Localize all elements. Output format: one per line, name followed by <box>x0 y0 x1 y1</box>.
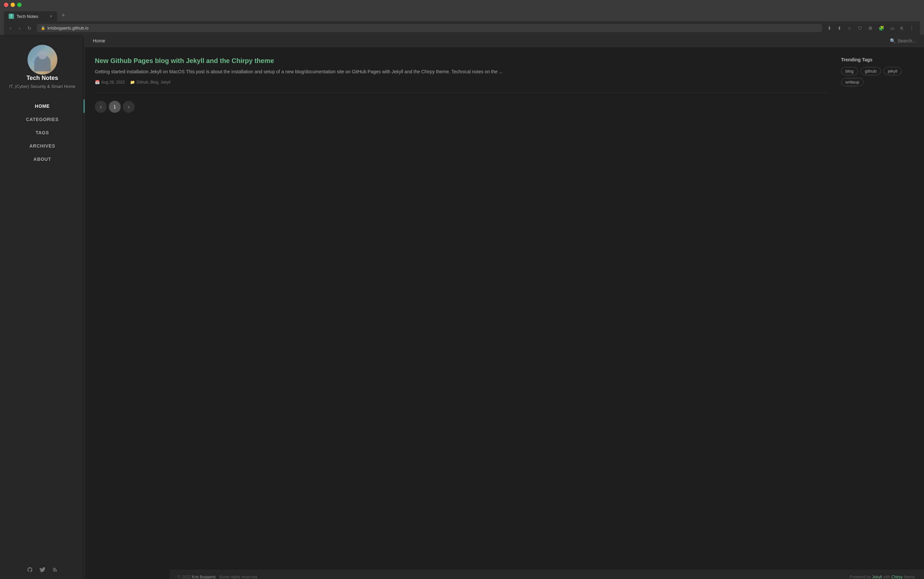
categories-text: Github, Blog, Jekyll <box>136 80 170 85</box>
sidebar: Tech Notes IT, (Cyber) Security & Smart … <box>0 35 85 579</box>
download-icon[interactable]: ⬇ <box>826 24 834 32</box>
tag-jekyll[interactable]: jekyll <box>883 67 902 75</box>
active-tab[interactable]: T Tech Notes × <box>4 11 57 21</box>
tags-cloud: blog github jekyll writeup <box>841 67 914 86</box>
sidebar-toggle[interactable]: ▭ <box>888 24 896 32</box>
trending-tags-title: Trending Tags <box>841 57 914 62</box>
top-nav-home-link[interactable]: Home <box>93 38 105 43</box>
pagination: ‹ 1 › <box>95 101 828 113</box>
site-footer: © 2022 Kris Bogaerts . Some rights reser… <box>170 570 924 579</box>
tab-title: Tech Notes <box>16 14 38 19</box>
extension-icon-1[interactable]: 🛡 <box>856 24 864 32</box>
address-bar: ‹ › ↻ 🔒 krisbogaerts.github.io ⬇ ⬆ ☆ 🛡 ⚙… <box>4 21 920 35</box>
browser-chrome: T Tech Notes × + ‹ › ↻ 🔒 krisbogaerts.gi… <box>0 0 924 35</box>
back-button[interactable]: ‹ <box>8 25 14 31</box>
minimize-traffic-light[interactable] <box>11 3 15 7</box>
tab-bar: T Tech Notes × + <box>4 10 920 21</box>
search-bar[interactable]: 🔍 Search... <box>890 38 916 43</box>
navigation-menu: HOME CATEGORIES TAGS ARCHIVES ABOUT <box>0 100 85 166</box>
tab-close-button[interactable]: × <box>50 14 52 19</box>
footer-copyright: © 2022 Kris Bogaerts . Some rights reser… <box>178 575 258 579</box>
sidebar-item-tags[interactable]: TAGS <box>0 126 85 139</box>
browser-action-buttons: ⬇ ⬆ ☆ 🛡 ⚙ 🧩 ▭ K ⋮ <box>826 24 916 32</box>
page-1-button[interactable]: 1 <box>109 101 121 113</box>
prev-page-button[interactable]: ‹ <box>95 101 107 113</box>
github-icon[interactable] <box>27 567 33 574</box>
tag-github[interactable]: github <box>861 67 881 75</box>
search-placeholder: Search... <box>898 38 916 43</box>
reload-button[interactable]: ↻ <box>26 25 33 31</box>
url-bar[interactable]: 🔒 krisbogaerts.github.io <box>37 24 822 32</box>
powered-by-text: Powered by <box>850 575 871 579</box>
twitter-icon[interactable] <box>39 567 46 574</box>
post-date: 📅 Aug 28, 2022 <box>95 80 125 85</box>
post-card: New Github Pages blog with Jekyll and th… <box>95 57 828 93</box>
footer-theme-text: theme. <box>904 575 916 579</box>
sidebar-item-archives[interactable]: ARCHIVES <box>0 139 85 152</box>
post-excerpt: Getting started installation Jekyll on M… <box>95 68 828 75</box>
profile-icon[interactable]: K <box>898 24 905 32</box>
content-area: New Github Pages blog with Jekyll and th… <box>85 47 924 570</box>
maximize-traffic-light[interactable] <box>17 3 21 7</box>
next-page-button[interactable]: › <box>123 101 135 113</box>
main-content: Home 🔍 Search... New Github Pages blog w… <box>85 35 924 579</box>
footer-with-text: with <box>883 575 890 579</box>
site-wrapper: Tech Notes IT, (Cyber) Security & Smart … <box>0 35 924 579</box>
posts-list: New Github Pages blog with Jekyll and th… <box>95 57 828 560</box>
extension-icon-3[interactable]: 🧩 <box>877 24 886 32</box>
top-nav: Home 🔍 Search... <box>85 35 924 47</box>
site-title: Tech Notes <box>26 75 58 82</box>
folder-icon: 📁 <box>130 80 135 85</box>
extension-icon-2[interactable]: ⚙ <box>866 24 875 32</box>
tag-writeup[interactable]: writeup <box>841 78 863 86</box>
forward-button[interactable]: › <box>17 25 23 31</box>
search-icon: 🔍 <box>890 38 896 43</box>
footer-author: Kris Bogaerts <box>192 575 216 579</box>
new-tab-button[interactable]: + <box>58 10 69 21</box>
tag-blog[interactable]: blog <box>841 67 858 75</box>
footer-jekyll-link[interactable]: Jekyll <box>872 575 883 579</box>
bookmark-icon[interactable]: ☆ <box>846 24 854 32</box>
footer-powered-by: Powered by Jekyll with Chirpy theme. <box>850 575 916 579</box>
traffic-lights <box>4 3 920 7</box>
share-icon[interactable]: ⬆ <box>836 24 844 32</box>
calendar-icon: 📅 <box>95 80 100 85</box>
sidebar-item-categories[interactable]: CATEGORIES <box>0 113 85 126</box>
copyright-symbol: © 2022 <box>178 575 191 579</box>
lock-icon: 🔒 <box>41 26 46 30</box>
site-subtitle: IT, (Cyber) Security & Smart Home <box>2 83 82 90</box>
sidebar-item-home[interactable]: HOME <box>0 100 85 113</box>
date-text: Aug 28, 2022 <box>101 80 125 85</box>
sidebar-item-about[interactable]: ABOUT <box>0 152 85 166</box>
avatar <box>28 45 57 75</box>
footer-rights: . Some rights reserved. <box>217 575 258 579</box>
social-links <box>27 553 58 574</box>
right-sidebar: Trending Tags blog github jekyll writeup <box>841 57 914 560</box>
tab-favicon: T <box>9 14 14 19</box>
post-meta: 📅 Aug 28, 2022 📁 Github, Blog, Jekyll <box>95 80 828 85</box>
url-text: krisbogaerts.github.io <box>47 26 88 31</box>
rss-icon[interactable] <box>52 567 58 574</box>
menu-icon[interactable]: ⋮ <box>908 24 916 32</box>
post-title-link[interactable]: New Github Pages blog with Jekyll and th… <box>95 57 828 65</box>
close-traffic-light[interactable] <box>4 3 8 7</box>
post-categories: 📁 Github, Blog, Jekyll <box>130 80 170 85</box>
footer-chirpy-link[interactable]: Chirpy <box>891 575 904 579</box>
